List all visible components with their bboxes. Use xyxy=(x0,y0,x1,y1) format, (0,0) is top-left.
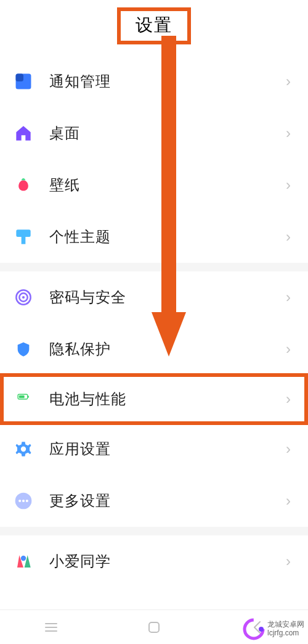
list-item-notification[interactable]: 通知管理 › xyxy=(0,56,308,107)
chevron-right-icon: › xyxy=(286,289,291,306)
list-item-more[interactable]: 更多设置 › xyxy=(0,475,308,527)
more-icon xyxy=(12,490,34,512)
list-item-wallpaper[interactable]: 壁纸 › xyxy=(0,159,308,211)
svg-rect-1 xyxy=(16,74,23,81)
svg-point-12 xyxy=(18,500,21,502)
home-icon xyxy=(12,122,34,144)
theme-icon xyxy=(12,226,34,248)
list-item-privacy[interactable]: 隐私保护 › xyxy=(0,323,308,375)
group-divider xyxy=(0,263,308,271)
recent-apps-button[interactable] xyxy=(33,622,70,633)
list-item-xiaoai[interactable]: 小爱同学 › xyxy=(0,535,308,587)
item-label: 桌面 xyxy=(49,123,286,143)
list-item-theme[interactable]: 个性主题 › xyxy=(0,211,308,263)
chevron-right-icon: › xyxy=(286,176,291,194)
list-item-password[interactable]: 密码与安全 › xyxy=(0,271,308,323)
svg-point-15 xyxy=(21,556,26,561)
svg-rect-21 xyxy=(149,622,159,632)
page-title: 设置 xyxy=(136,15,172,35)
chevron-right-icon: › xyxy=(286,553,291,570)
shield-icon xyxy=(12,338,34,360)
title-highlight-box: 设置 xyxy=(117,7,191,44)
back-button[interactable] xyxy=(238,621,275,634)
xiaoai-icon xyxy=(12,550,34,572)
chevron-right-icon: › xyxy=(286,228,291,246)
chevron-right-icon: › xyxy=(286,492,291,510)
svg-rect-2 xyxy=(16,229,30,237)
header: 设置 xyxy=(0,0,308,56)
chevron-right-icon: › xyxy=(286,390,291,408)
chevron-right-icon: › xyxy=(286,341,291,358)
item-label: 通知管理 xyxy=(49,72,286,91)
fingerprint-icon xyxy=(12,286,34,308)
battery-icon xyxy=(12,388,34,410)
gear-icon xyxy=(12,438,34,460)
notification-icon xyxy=(12,70,34,93)
item-label: 个性主题 xyxy=(49,227,286,247)
svg-point-6 xyxy=(22,296,25,299)
android-navbar xyxy=(0,609,308,644)
chevron-right-icon: › xyxy=(286,440,291,458)
item-label: 壁纸 xyxy=(49,175,286,195)
svg-rect-3 xyxy=(22,237,26,244)
item-label: 隐私保护 xyxy=(49,339,286,359)
chevron-right-icon: › xyxy=(286,125,291,142)
list-item-appsettings[interactable]: 应用设置 › xyxy=(0,423,308,475)
svg-point-10 xyxy=(21,447,26,452)
svg-rect-9 xyxy=(19,395,25,398)
item-label: 更多设置 xyxy=(49,491,286,511)
list-item-desktop[interactable]: 桌面 › xyxy=(0,107,308,159)
item-label: 小爱同学 xyxy=(49,551,286,571)
item-label: 应用设置 xyxy=(49,439,286,459)
settings-list: 通知管理 › 桌面 › 壁纸 › 个性主题 › 密码与安全 › 隐 xyxy=(0,56,308,587)
svg-point-14 xyxy=(26,500,28,502)
home-button[interactable] xyxy=(136,621,172,634)
list-item-battery[interactable]: 电池与性能 › xyxy=(0,373,308,425)
chevron-right-icon: › xyxy=(286,73,291,90)
svg-point-13 xyxy=(22,500,25,502)
item-label: 密码与安全 xyxy=(49,287,286,307)
group-divider xyxy=(0,527,308,535)
wallpaper-icon xyxy=(12,174,34,196)
item-label: 电池与性能 xyxy=(49,389,286,409)
svg-rect-8 xyxy=(28,395,29,397)
